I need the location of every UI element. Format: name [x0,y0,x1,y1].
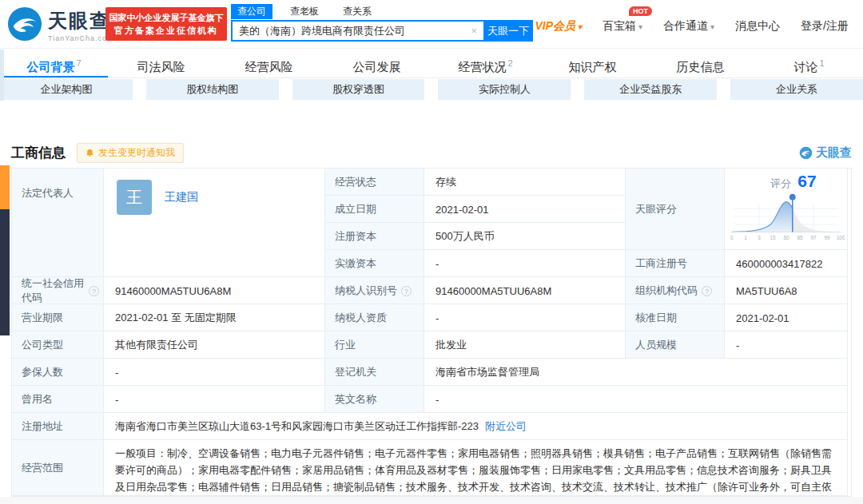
notify-on-change-button[interactable]: 发生变更时通知我 [77,143,184,163]
notify-label: 发生变更时通知我 [98,146,175,160]
taxpayer-qualification-label: 纳税人资质 [325,304,424,331]
floating-nav-strip[interactable] [0,209,10,335]
help-icon[interactable]: ? [401,286,412,296]
menu-login[interactable]: 登录/注册 [801,19,849,34]
hot-badge: HOT [629,6,652,16]
clear-icon[interactable]: × [471,25,477,37]
company-type-label: 公司类型 [12,331,104,359]
score-distribution-chart: 0 1 3 15 50 85 97 99 100 [728,191,845,244]
left-edge-strip [0,50,4,101]
status-label: 经营状态 [325,169,424,196]
chevron-down-icon: ▾ [710,22,714,31]
cell-label: 纳税人识别号 [335,284,397,298]
search-tabs: 查公司 查老板 查关系 [231,4,533,18]
subtab-enterprise-relations[interactable]: 企业关系 [730,79,863,100]
approval-date-value: 2021-02-01 [725,304,848,331]
business-term-value: 2021-02-01 至 无固定期限 [104,304,325,331]
floating-nav-active-strip[interactable] [0,165,10,209]
svg-text:99: 99 [825,235,831,240]
search-input[interactable] [231,20,483,42]
help-icon[interactable]: ? [702,286,712,296]
establish-date-value: 2021-02-01 [424,196,626,223]
paid-capital-value: - [424,250,626,277]
registration-authority-label: 登记机关 [325,359,424,386]
table-row: 曾用名 - 英文名称 - [12,386,851,413]
tab-label: 历史信息 [677,60,725,73]
former-name-value: - [104,386,325,413]
svg-text:15: 15 [770,235,776,240]
top-bar: 天眼查 TianYanCha.com 国家中小企业发展子基金旗下 官方备案企业征… [0,0,863,48]
tab-operating-risk[interactable]: 经营风险 [216,49,324,77]
tianyancha-logo-icon[interactable] [6,6,43,42]
score-caption: 评分 [770,177,791,191]
tab-operating-status[interactable]: 经营状况2 [432,49,539,77]
subtab-equity-penetration[interactable]: 股权穿透图 [292,79,425,100]
graph-shortcut-bar: 企业架构图 股权结构图 股权穿透图 实际控制人 企业受益股东 企业关系 [0,79,863,100]
business-term-label: 营业期限 [12,304,104,331]
chevron-down-icon: ▾ [578,22,582,31]
legal-rep-name-link[interactable]: 王建国 [165,190,198,204]
svg-text:3: 3 [758,235,761,240]
menu-messages[interactable]: 消息中心 [735,19,780,34]
search-button[interactable]: 天眼一下 [483,20,533,42]
svg-text:50: 50 [783,235,789,240]
section-title: 工商信息 [11,144,66,162]
svg-text:97: 97 [811,235,817,240]
table-row: 营业期限 2021-02-01 至 无固定期限 纳税人资质 - 核准日期 202… [12,304,851,331]
insured-count-label: 参保人数 [12,359,104,386]
subtab-equity-structure[interactable]: 股权结构图 [146,79,279,100]
search-row: × 天眼一下 [231,20,533,42]
tianyan-score-chart[interactable]: 评分 67 [725,169,848,250]
tab-label: 公司发展 [353,60,401,73]
table-row: 经营范围 一般项目：制冷、空调设备销售；电力电子元器件销售；电子元器件零售；家用… [12,440,851,496]
tab-company-development[interactable]: 公司发展 [324,49,432,77]
reg-number-value: 460000003417822 [725,250,848,277]
score-marker-pin [789,194,796,200]
table-row: 法定代表人 王 王建国 经营状态 存续 成立日期 2021-02-01 注册资本… [12,169,851,277]
menu-cooperation[interactable]: 合作通道▾ [663,19,714,34]
tab-label: 经营风险 [245,60,293,73]
cell-label: 统一社会信用代码 [22,276,85,305]
approval-date-label: 核准日期 [626,304,725,331]
help-icon[interactable]: ? [89,286,99,296]
search-block: 查公司 查老板 查关系 × 天眼一下 [231,4,533,42]
svg-text:100: 100 [837,235,845,240]
gov-badge-line2: 官方备案企业征信机构 [114,24,218,37]
menu-vip[interactable]: VIP会员▾ [535,19,582,34]
watermark-logo: 天眼查 [799,145,852,161]
business-info-header: 工商信息 发生变更时通知我 天眼查 [11,141,852,165]
menu-toolbox[interactable]: HOT 百宝箱▾ [603,19,642,34]
tab-label: 司法风险 [137,60,185,73]
tab-label: 知识产权 [569,60,617,73]
tianyancha-mini-icon [799,146,813,160]
status-value: 存续 [424,169,626,196]
tab-company-background[interactable]: 公司背景7 [0,49,108,77]
english-name-value: - [424,386,848,413]
tab-intellectual-property[interactable]: 知识产权 [539,49,647,77]
avatar[interactable]: 王 [117,180,152,215]
tab-discussion[interactable]: 讨论1 [755,49,863,77]
tab-label: 讨论 [793,60,817,73]
nearby-companies-link[interactable]: 附近公司 [485,419,527,434]
search-tab-relation[interactable]: 查关系 [336,4,378,19]
taxpayer-qualification-value: - [424,304,626,331]
tab-history-info[interactable]: 历史信息 [647,49,755,77]
legal-rep-label: 法定代表人 [12,169,104,277]
chevron-down-icon: ▾ [638,22,642,31]
table-row: 公司类型 其他有限责任公司 行业 批发业 人员规模 - [12,331,851,359]
watermark-text: 天眼查 [816,145,852,161]
bell-icon [86,149,94,157]
subtab-beneficial-shareholders[interactable]: 企业受益股东 [584,79,717,100]
subtab-actual-controller[interactable]: 实际控制人 [438,79,571,100]
subtab-enterprise-structure[interactable]: 企业架构图 [0,79,133,100]
table-row: 统一社会信用代码 ? 91460000MA5TUU6A8M 纳税人识别号 ? 9… [12,277,851,304]
company-tab-bar: 公司背景7 司法风险 经营风险 公司发展 经营状况2 知识产权 历史信息 讨论1 [0,48,863,78]
tab-judicial-risk[interactable]: 司法风险 [108,49,216,77]
former-name-label: 曾用名 [12,386,104,413]
tianyancha-logo-text[interactable]: 天眼查 TianYanCha.com [48,8,114,42]
tab-count: 2 [507,58,512,68]
search-tab-company[interactable]: 查公司 [231,4,272,19]
search-tab-boss[interactable]: 查老板 [284,4,325,19]
staff-size-label: 人员规模 [626,331,725,359]
org-code-label: 组织机构代码 ? [626,277,725,304]
